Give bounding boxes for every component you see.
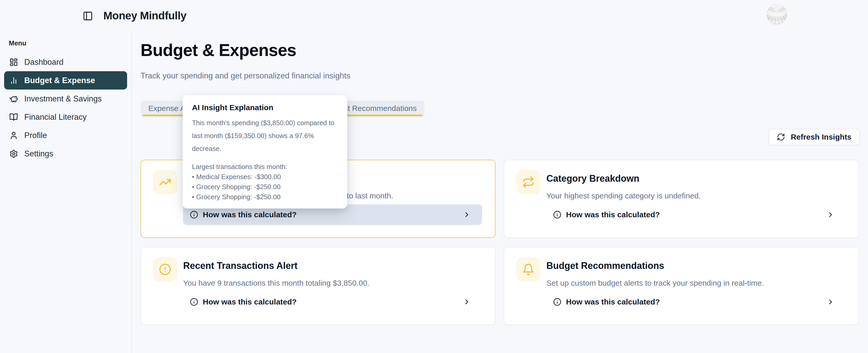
refresh-insights-label: Refresh Insights [791, 133, 851, 141]
sidebar-item-profile[interactable]: Profile [4, 126, 127, 144]
info-icon [190, 211, 198, 219]
dashboard-icon [9, 58, 18, 67]
sidebar-item-label: Investment & Savings [24, 94, 102, 103]
menu-section-label: Menu [9, 39, 131, 47]
how-calculated-button[interactable]: How was this calculated? [547, 204, 846, 225]
sidebar-item-label: Settings [24, 149, 53, 158]
card-recent-transactions-alert: Recent Transactions Alert You have 9 tra… [141, 247, 495, 325]
content-shell: Menu Dashboard Budget & Expense [0, 32, 868, 353]
how-calculated-label: How was this calculated? [203, 297, 297, 306]
card-title: Budget Recommendations [547, 260, 664, 271]
how-calculated-label: How was this calculated? [566, 210, 660, 219]
how-calculated-button[interactable]: How was this calculated? [547, 291, 846, 312]
app-root: Money Mindfully Menu Dashboard Budget & … [0, 0, 868, 353]
repeat-icon [516, 170, 540, 194]
panel-left-icon [83, 11, 93, 21]
popover-list-item: • Medical Expenses: -$300.00 [192, 172, 338, 182]
card-subtitle: Set up custom budget alerts to track you… [547, 279, 764, 287]
sidebar-toggle-button[interactable] [82, 10, 94, 22]
sidebar-item-financial-literacy[interactable]: Financial Literacy [4, 108, 127, 126]
app-title: Money Mindfully [103, 0, 187, 32]
refresh-insights-button[interactable]: Refresh Insights [769, 129, 860, 145]
chevron-right-icon [827, 211, 834, 218]
chevron-right-icon [827, 298, 834, 306]
card-subtitle: to last month. [347, 191, 393, 200]
ai-insight-popover: AI Insight Explanation This month's spen… [183, 95, 347, 209]
sidebar-item-dashboard[interactable]: Dashboard [4, 53, 127, 71]
sidebar-item-label: Financial Literacy [24, 112, 87, 122]
card-subtitle: You have 9 transactions this month total… [183, 279, 369, 287]
popover-body-text: This month's spending ($3,850.00) compar… [192, 116, 338, 155]
popover-list-item: • Grocery Shopping: -$250.00 [192, 182, 338, 192]
sidebar-item-budget-expense[interactable]: Budget & Expense [4, 71, 127, 90]
how-calculated-button[interactable]: How was this calculated? [183, 291, 482, 312]
trending-up-icon [153, 170, 177, 194]
chevron-right-icon [463, 298, 471, 306]
bar-chart-icon [9, 76, 18, 85]
top-header: Money Mindfully [0, 0, 868, 32]
tab-product-recommendations[interactable]: ct Recommendations [344, 101, 417, 116]
page-subtitle: Track your spending and get personalized… [141, 71, 860, 81]
sidebar-item-settings[interactable]: Settings [4, 144, 127, 163]
info-icon [553, 211, 561, 219]
user-avatar[interactable] [767, 4, 787, 25]
info-icon [190, 298, 198, 306]
card-title: Recent Transactions Alert [183, 260, 298, 271]
card-title: Category Breakdown [547, 173, 640, 184]
popover-list-header: Largest transactions this month: [192, 162, 338, 172]
card-subtitle: Your highest spending category is undefi… [547, 191, 701, 200]
sidebar-item-label: Budget & Expense [24, 76, 95, 85]
page-title: Budget & Expenses [141, 41, 860, 60]
alert-circle-icon [153, 257, 177, 282]
sidebar: Menu Dashboard Budget & Expense [0, 32, 132, 353]
bell-icon [516, 257, 540, 282]
how-calculated-label: How was this calculated? [566, 297, 660, 306]
refresh-icon [777, 133, 785, 141]
gear-icon [9, 149, 18, 158]
sidebar-item-investment-savings[interactable]: Investment & Savings [4, 90, 127, 108]
popover-list-item: • Grocery Shopping: -$250.00 [192, 192, 338, 202]
piggy-bank-icon [9, 95, 18, 103]
card-category-breakdown: Category Breakdown Your highest spending… [504, 160, 859, 238]
how-calculated-label: How was this calculated? [203, 210, 297, 219]
book-open-icon [9, 113, 18, 121]
chevron-right-icon [463, 211, 471, 218]
popover-title: AI Insight Explanation [192, 103, 338, 112]
tab-expense-analysis[interactable]: Expense A [148, 101, 185, 116]
info-icon [553, 298, 561, 306]
sidebar-nav: Dashboard Budget & Expense Investment & … [0, 53, 131, 163]
sidebar-item-label: Profile [24, 131, 47, 140]
sidebar-item-label: Dashboard [24, 58, 64, 67]
popover-transactions-list: Largest transactions this month: • Medic… [192, 162, 338, 202]
user-icon [9, 131, 18, 140]
card-budget-recommendations: Budget Recommendations Set up custom bud… [504, 247, 859, 325]
